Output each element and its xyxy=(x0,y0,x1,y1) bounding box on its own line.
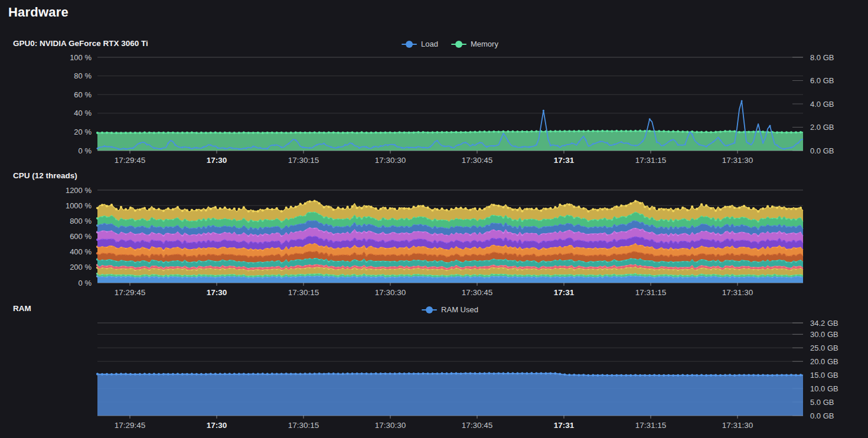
stacked-band-marker-dot xyxy=(115,208,118,210)
series-marker-dot xyxy=(629,130,632,132)
series-marker-dot xyxy=(403,372,406,375)
series-marker-dot xyxy=(752,130,755,133)
x-axis-tick-label: 17:31 xyxy=(554,288,575,297)
stacked-band-marker-dot xyxy=(347,206,349,208)
stacked-band-marker-dot xyxy=(464,207,466,210)
series-marker-dot xyxy=(483,372,485,375)
legend-item-load[interactable]: Load xyxy=(402,40,438,48)
series-marker-dot xyxy=(323,372,325,375)
y2-axis-tick-label: 0.0 GB xyxy=(810,146,834,155)
series-marker-dot xyxy=(755,131,757,133)
series-marker-dot xyxy=(516,130,518,133)
series-marker-dot xyxy=(238,132,240,134)
series-marker-dot xyxy=(578,141,580,143)
series-marker-dot xyxy=(417,131,419,133)
series-marker-dot xyxy=(606,130,608,132)
series-marker-dot xyxy=(790,131,792,133)
series-marker-dot xyxy=(304,132,306,134)
series-marker-dot xyxy=(611,130,613,132)
x-axis-tick-label: 17:31:30 xyxy=(722,288,753,297)
stacked-band-marker-dot xyxy=(658,208,660,211)
x-axis-tick-label: 17:29:45 xyxy=(115,156,146,165)
series-marker-dot xyxy=(257,373,259,375)
series-marker-dot xyxy=(620,130,622,132)
stacked-band-marker-dot xyxy=(195,209,198,211)
series-marker-dot xyxy=(231,147,233,149)
series-marker-dot xyxy=(125,132,127,134)
series-marker-dot xyxy=(601,374,603,377)
series-marker-dot xyxy=(266,132,269,134)
stacked-band-marker-dot xyxy=(526,208,528,210)
y2-axis-tick-label: 5.0 GB xyxy=(810,398,834,407)
series-marker-dot xyxy=(158,373,160,375)
series-marker-dot xyxy=(714,374,717,377)
series-marker-dot xyxy=(167,373,169,375)
stacked-band-marker-dot xyxy=(563,204,566,207)
y2-axis-tick-label: 25.0 GB xyxy=(810,344,838,352)
series-marker-dot xyxy=(757,374,759,377)
series-marker-dot xyxy=(741,100,743,102)
gpu-section-title: GPU0: NVIDIA GeForce RTX 3060 Ti xyxy=(13,39,148,48)
y2-axis-tick-label: 20.0 GB xyxy=(810,357,838,366)
series-marker-dot xyxy=(681,374,684,377)
x-axis-tick-label: 17:29:45 xyxy=(115,421,146,430)
stacked-band-marker-dot xyxy=(554,206,556,208)
series-marker-dot xyxy=(639,130,641,132)
stacked-band-marker-dot xyxy=(440,208,443,210)
series-marker-dot xyxy=(563,373,566,375)
series-marker-dot xyxy=(214,373,217,375)
stacked-band-marker-dot xyxy=(148,208,151,211)
series-marker-dot xyxy=(713,141,714,143)
stacked-band-marker-dot xyxy=(714,210,717,212)
series-marker-dot xyxy=(582,130,585,132)
series-marker-dot xyxy=(186,132,188,134)
series-marker-dot xyxy=(474,131,476,133)
series-marker-dot xyxy=(714,131,717,133)
series-marker-dot xyxy=(511,372,514,374)
series-marker-dot xyxy=(543,110,544,112)
series-marker-dot xyxy=(399,131,401,133)
stacked-band-marker-dot xyxy=(625,205,627,207)
series-marker-dot xyxy=(389,372,391,375)
series-marker-dot xyxy=(554,130,556,132)
series-marker-dot xyxy=(118,148,120,150)
y-axis-tick-label: 400 % xyxy=(70,247,92,256)
stacked-band-marker-dot xyxy=(540,210,542,212)
ram-chart-plot[interactable]: 34.2 GB30.0 GB25.0 GB20.0 GB15.0 GB10.0 … xyxy=(0,316,868,437)
series-marker-dot xyxy=(549,130,552,133)
series-marker-dot xyxy=(224,148,226,149)
series-marker-dot xyxy=(120,373,122,375)
legend-item-memory[interactable]: Memory xyxy=(451,40,498,48)
series-marker-dot xyxy=(670,139,672,141)
series-marker-dot xyxy=(422,131,424,133)
series-marker-dot xyxy=(370,372,373,375)
stacked-band-marker-dot xyxy=(615,205,618,208)
series-marker-dot xyxy=(174,144,176,146)
stacked-band-marker-dot xyxy=(469,208,471,211)
series-marker-dot xyxy=(514,145,516,147)
series-marker-dot xyxy=(162,132,165,134)
series-marker-dot xyxy=(592,374,594,377)
stacked-band-marker-dot xyxy=(224,207,226,209)
x-axis-tick-label: 17:30:45 xyxy=(462,156,493,165)
series-marker-dot xyxy=(243,373,245,375)
series-marker-dot xyxy=(314,372,316,375)
stacked-band-marker-dot xyxy=(257,210,259,213)
ram-legend: RAM Used xyxy=(422,305,478,314)
series-marker-dot xyxy=(337,146,339,148)
series-marker-dot xyxy=(323,132,325,134)
stacked-band-marker-dot xyxy=(285,207,288,209)
stacked-band-marker-dot xyxy=(342,208,344,210)
series-marker-dot xyxy=(568,374,570,376)
gpu-chart-plot[interactable]: 100 %80 %60 %40 %20 %0 %8.0 GB6.0 GB4.0 … xyxy=(0,50,868,171)
series-marker-dot xyxy=(526,372,528,375)
series-marker-dot xyxy=(672,130,674,133)
stacked-band-marker-dot xyxy=(399,207,401,210)
series-marker-dot xyxy=(417,372,419,375)
series-marker-dot xyxy=(696,131,698,133)
stacked-band-marker-dot xyxy=(422,205,424,207)
legend-item-ram-used[interactable]: RAM Used xyxy=(422,305,478,314)
stacked-band-marker-dot xyxy=(143,207,146,209)
series-marker-dot xyxy=(734,142,736,143)
cpu-chart-plot[interactable]: 1200 %1000 %800 %600 %400 %200 %0 %17:29… xyxy=(0,183,868,304)
